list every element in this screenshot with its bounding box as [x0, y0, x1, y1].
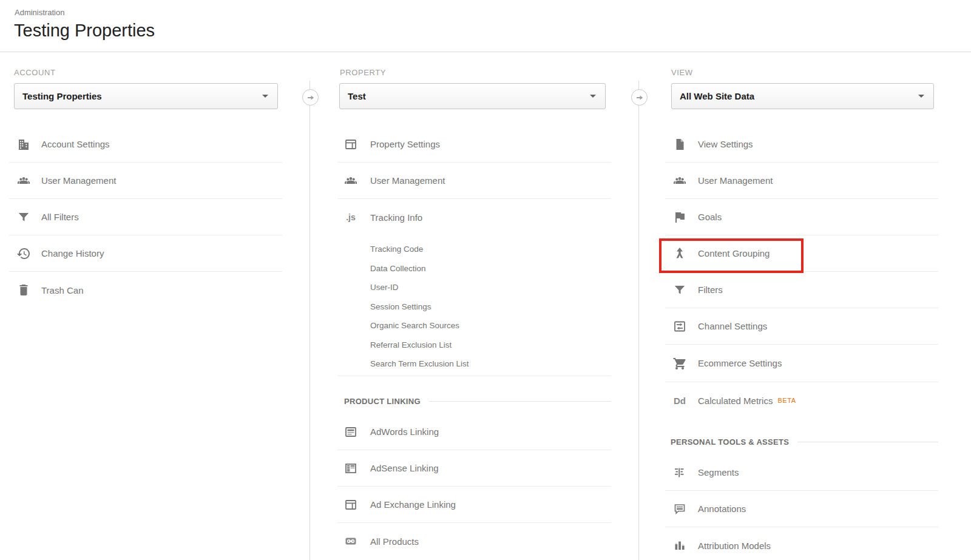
menu-item-all-filters[interactable]: All Filters: [9, 199, 282, 235]
menu-item-label: Tracking Info: [370, 212, 422, 223]
property-menu: Property Settings User Management .js Tr…: [337, 126, 611, 235]
web-layout-icon: [343, 498, 358, 512]
funnel-icon: [672, 283, 687, 297]
annotations-icon: [672, 502, 687, 516]
section-rule: [429, 401, 611, 402]
tracking-info-submenu: Tracking Code Data Collection User-ID Se…: [337, 235, 611, 376]
article-icon: [343, 425, 358, 439]
menu-item-label: Segments: [698, 467, 739, 477]
submenu-item-user-id[interactable]: User-ID: [337, 278, 611, 297]
menu-item-user-management[interactable]: User Management: [665, 163, 938, 199]
menu-item-label: Property Settings: [370, 139, 440, 149]
right-arrow-icon: [635, 93, 644, 102]
column-divider: [310, 81, 310, 560]
menu-item-content-grouping[interactable]: Content Grouping: [665, 235, 938, 272]
menu-item-label: AdSense Linking: [370, 463, 439, 473]
menu-item-trash-can[interactable]: Trash Can: [9, 272, 282, 308]
personal-tools-header: PERSONAL TOOLS & ASSETS: [671, 432, 938, 451]
menu-item-annotations[interactable]: Annotations: [665, 491, 938, 527]
menu-item-label: Calculated Metrics: [698, 396, 773, 406]
bar-chart-icon: [672, 538, 687, 553]
menu-item-label: View Settings: [698, 139, 753, 149]
chevron-down-icon: [262, 95, 268, 98]
account-selector-value: Testing Properties: [22, 84, 102, 109]
menu-item-label: Change History: [41, 248, 104, 258]
menu-item-adwords-linking[interactable]: AdWords Linking: [337, 414, 611, 450]
web-layout-icon: [343, 137, 358, 152]
menu-item-label: Attribution Models: [698, 541, 771, 551]
view-selector[interactable]: All Web Site Data: [671, 83, 934, 109]
product-linking-menu: AdWords Linking AdSense Linking Ad Excha…: [337, 414, 611, 559]
menu-item-label: Goals: [698, 212, 722, 222]
breadcrumb: Administration: [15, 8, 64, 17]
channel-icon: [672, 319, 687, 334]
menu-item-tracking-info[interactable]: .js Tracking Info: [337, 199, 611, 235]
menu-item-label: All Filters: [41, 212, 79, 222]
ga-admin-page: Administration Testing Properties ACCOUN…: [0, 0, 971, 560]
menu-item-view-settings[interactable]: View Settings: [665, 126, 938, 163]
menu-item-ad-exchange-linking[interactable]: Ad Exchange Linking: [337, 487, 611, 523]
menu-item-all-products[interactable]: All Products: [337, 523, 611, 559]
submenu-item-organic-search-sources[interactable]: Organic Search Sources: [337, 316, 611, 336]
menu-item-label: All Products: [370, 536, 419, 547]
people-icon: [672, 174, 687, 188]
beta-badge: BETA: [777, 397, 796, 404]
building-icon: [16, 137, 31, 152]
menu-item-property-settings[interactable]: Property Settings: [337, 126, 611, 163]
property-column-label: PROPERTY: [340, 68, 386, 77]
submenu-item-session-settings[interactable]: Session Settings: [337, 297, 611, 317]
submenu-item-data-collection[interactable]: Data Collection: [337, 259, 611, 278]
file-icon: [672, 137, 687, 152]
view-menu: View Settings User Management Goals Cont…: [665, 126, 938, 419]
grid-icon: [343, 461, 358, 476]
move-to-property-button[interactable]: [302, 89, 319, 106]
menu-item-filters[interactable]: Filters: [665, 272, 938, 308]
menu-item-ecommerce-settings[interactable]: Ecommerce Settings: [665, 345, 938, 382]
menu-item-goals[interactable]: Goals: [665, 199, 938, 235]
menu-item-label: Ecommerce Settings: [698, 358, 782, 368]
funnel-icon: [16, 210, 31, 224]
menu-item-label: Trash Can: [41, 285, 83, 295]
menu-item-channel-settings[interactable]: Channel Settings: [665, 308, 938, 345]
menu-item-change-history[interactable]: Change History: [9, 235, 282, 272]
column-divider: [638, 81, 639, 560]
section-title: PERSONAL TOOLS & ASSETS: [671, 437, 789, 447]
history-icon: [16, 246, 31, 261]
menu-item-label: Ad Exchange Linking: [370, 499, 456, 510]
menu-item-account-settings[interactable]: Account Settings: [9, 126, 282, 163]
dd-icon: Dd: [672, 393, 687, 408]
submenu-item-referral-exclusion-list[interactable]: Referral Exclusion List: [337, 336, 611, 355]
section-title: PRODUCT LINKING: [344, 397, 421, 406]
link-icon: [343, 534, 358, 548]
move-to-view-button[interactable]: [631, 89, 648, 106]
property-selector[interactable]: Test: [339, 83, 606, 109]
submenu-item-tracking-code[interactable]: Tracking Code: [337, 240, 611, 259]
menu-item-user-management[interactable]: User Management: [337, 163, 611, 199]
menu-item-label: User Management: [370, 175, 445, 186]
property-selector-value: Test: [348, 84, 366, 109]
menu-item-segments[interactable]: Segments: [665, 454, 938, 491]
menu-item-calculated-metrics[interactable]: Dd Calculated Metrics BETA: [665, 382, 938, 419]
menu-item-adsense-linking[interactable]: AdSense Linking: [337, 450, 611, 487]
people-icon: [343, 174, 358, 188]
page-title: Testing Properties: [14, 21, 155, 41]
submenu-item-search-term-exclusion-list[interactable]: Search Term Exclusion List: [337, 354, 611, 374]
header-divider: [0, 52, 971, 52]
product-linking-header: PRODUCT LINKING: [344, 391, 611, 411]
menu-item-attribution-models[interactable]: Attribution Models: [665, 527, 938, 560]
merge-icon: [672, 246, 687, 261]
personal-tools-menu: Segments Annotations Attribution Models: [665, 454, 938, 560]
section-rule: [797, 442, 938, 442]
menu-item-label: Channel Settings: [698, 321, 767, 331]
account-column-label: ACCOUNT: [14, 68, 55, 77]
menu-item-label: User Management: [41, 175, 116, 186]
cart-icon: [672, 356, 687, 371]
account-selector[interactable]: Testing Properties: [14, 83, 278, 109]
chevron-down-icon: [918, 95, 924, 98]
people-icon: [16, 174, 31, 188]
chevron-down-icon: [590, 95, 596, 98]
account-menu: Account Settings User Management All Fil…: [9, 126, 282, 308]
menu-item-user-management[interactable]: User Management: [9, 163, 282, 199]
menu-item-label: AdWords Linking: [370, 427, 439, 437]
js-icon: .js: [343, 210, 358, 224]
